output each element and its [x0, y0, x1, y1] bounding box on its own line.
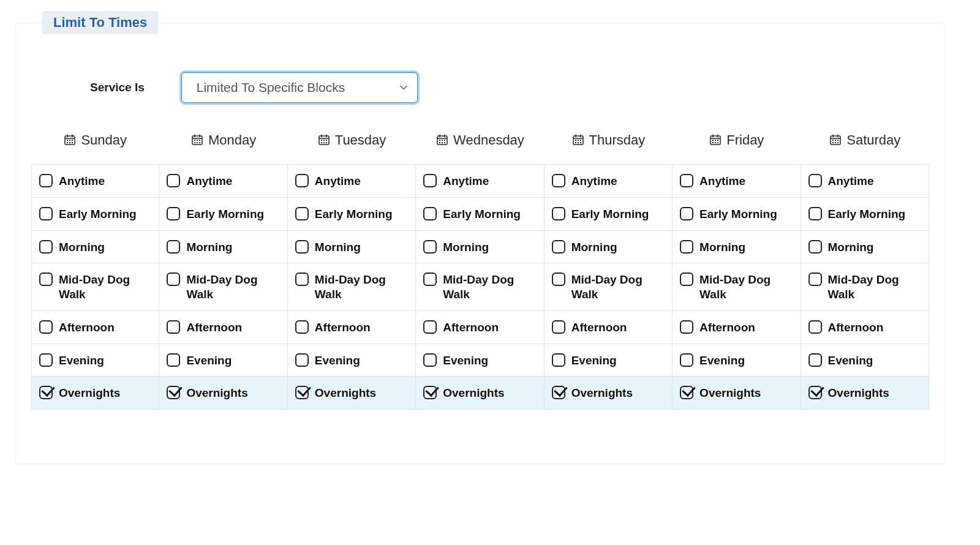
checkbox-icon[interactable]	[809, 272, 822, 286]
time-block-cell[interactable]: Early Morning	[416, 198, 544, 231]
checkbox-icon[interactable]	[295, 240, 309, 254]
time-block-cell[interactable]: Mid-Day Dog Walk	[31, 263, 159, 311]
time-block-cell[interactable]: Afternoon	[673, 311, 801, 344]
checkbox-icon[interactable]	[39, 272, 53, 286]
time-block-cell[interactable]: Early Morning	[288, 198, 416, 231]
time-block-cell[interactable]: Anytime	[31, 164, 159, 198]
checkbox-icon[interactable]	[39, 174, 53, 187]
checkbox-icon[interactable]	[552, 272, 565, 286]
checkbox-icon[interactable]	[552, 240, 565, 254]
checkbox-icon[interactable]	[680, 320, 693, 334]
checkbox-icon[interactable]	[552, 320, 565, 334]
checkbox-icon[interactable]	[295, 174, 309, 187]
checkbox-icon[interactable]	[809, 386, 822, 399]
time-block-cell[interactable]: Overnights	[673, 377, 801, 410]
service-select[interactable]: Limited To Specific Blocks	[181, 72, 418, 103]
checkbox-icon[interactable]	[809, 320, 822, 334]
time-block-cell[interactable]: Overnights	[288, 377, 416, 410]
time-block-cell[interactable]: Mid-Day Dog Walk	[673, 263, 801, 311]
checkbox-icon[interactable]	[423, 353, 437, 367]
checkbox-icon[interactable]	[167, 320, 180, 334]
time-block-cell[interactable]: Morning	[416, 231, 544, 264]
checkbox-icon[interactable]	[167, 174, 180, 187]
time-block-cell[interactable]: Anytime	[288, 164, 416, 198]
time-block-cell[interactable]: Early Morning	[673, 198, 801, 231]
time-block-cell[interactable]: Morning	[31, 231, 159, 264]
time-block-cell[interactable]: Anytime	[545, 164, 673, 198]
checkbox-icon[interactable]	[167, 353, 180, 367]
time-block-cell[interactable]: Evening	[673, 344, 801, 377]
time-block-cell[interactable]: Early Morning	[159, 198, 287, 231]
time-block-cell[interactable]: Evening	[288, 344, 416, 377]
checkbox-icon[interactable]	[423, 240, 437, 254]
checkbox-icon[interactable]	[680, 174, 693, 187]
time-block-cell[interactable]: Overnights	[31, 377, 159, 410]
time-block-cell[interactable]: Afternoon	[159, 311, 287, 344]
time-block-cell[interactable]: Mid-Day Dog Walk	[416, 263, 544, 311]
checkbox-icon[interactable]	[423, 174, 437, 187]
time-block-cell[interactable]: Overnights	[545, 377, 673, 410]
checkbox-icon[interactable]	[552, 353, 565, 367]
time-block-cell[interactable]: Overnights	[416, 377, 544, 410]
time-block-cell[interactable]: Evening	[159, 344, 287, 377]
checkbox-icon[interactable]	[423, 320, 437, 334]
time-block-cell[interactable]: Mid-Day Dog Walk	[288, 263, 416, 311]
checkbox-icon[interactable]	[809, 353, 822, 367]
checkbox-icon[interactable]	[552, 174, 565, 187]
time-block-cell[interactable]: Early Morning	[31, 198, 159, 231]
time-block-cell[interactable]: Morning	[801, 231, 929, 264]
checkbox-icon[interactable]	[295, 272, 309, 286]
checkbox-icon[interactable]	[167, 386, 180, 399]
time-block-cell[interactable]: Afternoon	[288, 311, 416, 344]
checkbox-icon[interactable]	[167, 207, 180, 220]
checkbox-icon[interactable]	[39, 386, 53, 399]
checkbox-icon[interactable]	[680, 272, 693, 286]
time-block-cell[interactable]: Early Morning	[801, 198, 929, 231]
time-block-cell[interactable]: Anytime	[416, 164, 544, 198]
checkbox-icon[interactable]	[39, 353, 53, 367]
time-block-cell[interactable]: Mid-Day Dog Walk	[801, 263, 929, 311]
time-block-cell[interactable]: Anytime	[159, 164, 287, 198]
time-block-cell[interactable]: Morning	[673, 231, 801, 264]
checkbox-icon[interactable]	[423, 207, 437, 220]
time-block-cell[interactable]: Anytime	[673, 164, 801, 198]
checkbox-icon[interactable]	[423, 272, 437, 286]
time-block-cell[interactable]: Morning	[545, 231, 673, 264]
time-block-cell[interactable]: Mid-Day Dog Walk	[159, 263, 287, 311]
time-block-cell[interactable]: Evening	[801, 344, 929, 377]
time-block-cell[interactable]: Morning	[159, 231, 287, 264]
time-block-cell[interactable]: Overnights	[801, 377, 929, 410]
time-block-cell[interactable]: Mid-Day Dog Walk	[545, 263, 673, 311]
checkbox-icon[interactable]	[295, 353, 309, 367]
checkbox-icon[interactable]	[680, 240, 693, 254]
checkbox-icon[interactable]	[295, 320, 309, 334]
time-block-cell[interactable]: Evening	[545, 344, 673, 377]
time-block-cell[interactable]: Afternoon	[545, 311, 673, 344]
checkbox-icon[interactable]	[167, 240, 180, 254]
checkbox-icon[interactable]	[39, 320, 53, 334]
time-block-cell[interactable]: Evening	[31, 344, 159, 377]
time-block-cell[interactable]: Afternoon	[31, 311, 159, 344]
checkbox-icon[interactable]	[680, 353, 693, 367]
time-block-cell[interactable]: Morning	[288, 231, 416, 264]
checkbox-icon[interactable]	[295, 207, 309, 220]
checkbox-icon[interactable]	[552, 386, 565, 399]
checkbox-icon[interactable]	[39, 207, 53, 220]
checkbox-icon[interactable]	[39, 240, 53, 254]
checkbox-icon[interactable]	[295, 386, 309, 399]
time-block-cell[interactable]: Afternoon	[416, 311, 544, 344]
time-block-cell[interactable]: Early Morning	[545, 198, 673, 231]
time-block-cell[interactable]: Afternoon	[801, 311, 929, 344]
checkbox-icon[interactable]	[809, 174, 822, 187]
checkbox-icon[interactable]	[552, 207, 565, 220]
checkbox-icon[interactable]	[680, 386, 693, 399]
time-block-cell[interactable]: Anytime	[801, 164, 929, 198]
checkbox-icon[interactable]	[680, 207, 693, 220]
svg-rect-29	[326, 142, 327, 143]
checkbox-icon[interactable]	[167, 272, 180, 286]
time-block-cell[interactable]: Evening	[416, 344, 544, 377]
time-block-cell[interactable]: Overnights	[159, 377, 287, 410]
checkbox-icon[interactable]	[809, 207, 822, 220]
checkbox-icon[interactable]	[423, 386, 437, 399]
checkbox-icon[interactable]	[809, 240, 822, 254]
